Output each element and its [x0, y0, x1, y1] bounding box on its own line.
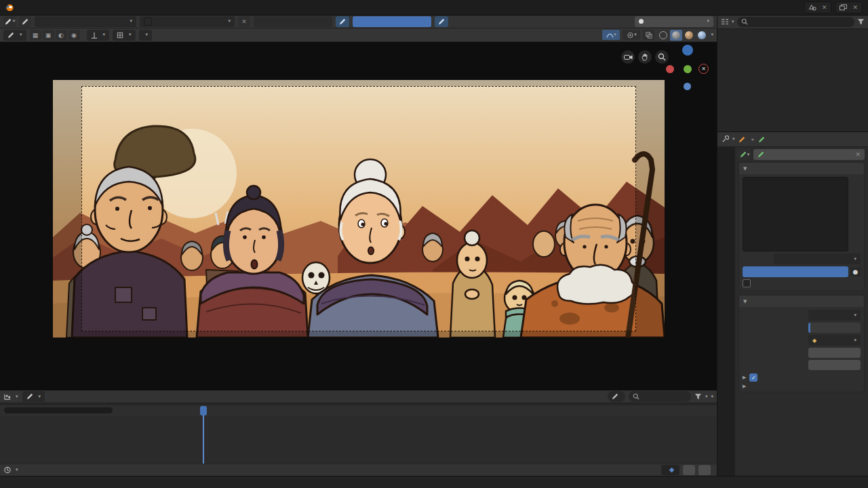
filter-icon[interactable] — [857, 18, 865, 25]
chevron-down-icon: ▾ — [130, 19, 132, 24]
chevron-down-icon: ▾ — [16, 468, 18, 472]
overlays-toggle[interactable]: ▾ — [623, 30, 640, 40]
properties-editor-icon[interactable] — [722, 136, 729, 143]
chevron-down-icon: ▾ — [854, 257, 856, 262]
chevron-down-icon: ▾ — [129, 33, 132, 37]
scene-icon — [809, 4, 816, 11]
keyframes-before-field[interactable] — [808, 348, 861, 358]
shading-material-button[interactable] — [683, 30, 695, 41]
show-only-keyframe-checkbox[interactable] — [743, 279, 751, 287]
chevron-down-icon: ▾ — [20, 33, 22, 37]
onion-opacity-slider[interactable] — [808, 323, 861, 333]
blend-mode-dropdown[interactable]: ▾ — [774, 253, 861, 264]
axis-gizmo-x[interactable] — [684, 65, 692, 73]
gpencil-datablock-browse[interactable]: ▾ — [738, 149, 751, 160]
mode-selector[interactable]: ▾ — [3, 30, 26, 41]
multiframe-toggle-icon[interactable]: ▦ — [30, 30, 41, 40]
shading-rendered-button[interactable] — [696, 30, 708, 41]
axis-gizmo-y[interactable] — [666, 65, 674, 73]
layer-opacity-slider[interactable] — [743, 266, 848, 277]
canvas-artwork[interactable] — [53, 80, 665, 338]
start-frame-field[interactable] — [683, 465, 695, 475]
pan-view-button[interactable] — [638, 50, 652, 64]
gpencil-datablock-name-field[interactable]: ✕ — [753, 149, 865, 160]
chevron-down-icon: ▾ — [854, 338, 856, 343]
transform-orientation-selector[interactable]: ▾ — [87, 30, 110, 41]
filter-icon[interactable] — [694, 393, 702, 400]
viewport-nav-buttons — [621, 50, 669, 64]
gpencil-data-icon — [758, 136, 765, 143]
chevron-down-icon: ▾ — [103, 33, 106, 37]
gpencil-data-icon — [757, 151, 764, 158]
blender-logo-icon[interactable] — [0, 3, 18, 12]
material-swatch — [144, 18, 152, 26]
chevron-down-icon[interactable]: ▾ — [705, 394, 708, 399]
onion-filter-dropdown[interactable]: ◆ ▾ — [808, 335, 861, 346]
panel-expand-icon: ▼ — [743, 166, 749, 171]
mask-toggle-icon[interactable]: ▣ — [43, 30, 54, 40]
snap-options-icon[interactable]: ▾ — [711, 394, 713, 399]
brush-selector[interactable]: ▾ — [35, 16, 136, 27]
active-tool-icon[interactable]: ▾ — [3, 16, 16, 27]
dope-sheet-editor-icon[interactable] — [3, 393, 12, 401]
datablock-unlink-icon[interactable]: ✕ — [855, 151, 861, 158]
brush-preview-button[interactable] — [19, 16, 31, 27]
chevron-down-icon: ▾ — [707, 19, 709, 24]
camera-view-button[interactable] — [621, 50, 635, 64]
origin-toggle-icon[interactable]: ◉ — [68, 30, 80, 40]
strength-slider[interactable] — [353, 16, 431, 27]
strength-pressure-toggle[interactable] — [435, 16, 448, 27]
frame-range-fields — [661, 465, 713, 475]
scene-selector[interactable]: ✕ — [804, 1, 832, 14]
xray-toggle[interactable] — [643, 30, 654, 40]
shading-wireframe-button[interactable] — [657, 30, 669, 41]
viewport-header: ▾ ▦ ▣ ◐ ◉ ▾ ▾ ▾ ▾ ▾ ▾ — [0, 28, 717, 42]
onion-panel-header[interactable]: ▼ — [739, 296, 864, 307]
properties-header: ▾ ▸ — [717, 132, 868, 147]
opacity-animate-button[interactable]: ● — [850, 267, 861, 277]
view-layer-selector[interactable]: ✕ — [835, 1, 863, 14]
drawing-plane-selector[interactable]: ▾ — [113, 30, 136, 41]
subpanel-expand-icon[interactable]: ▶ — [743, 384, 746, 389]
chevron-down-icon: ▾ — [16, 394, 18, 399]
axis-gizmo-z[interactable] — [682, 45, 693, 56]
playhead-frame-badge[interactable] — [200, 406, 207, 415]
onion-mode-dropdown[interactable]: ▾ — [808, 310, 861, 321]
material-selector[interactable]: ▾ — [140, 16, 235, 27]
dopesheet-mode-selector[interactable]: ▾ — [22, 391, 45, 402]
dopesheet-search-input[interactable] — [629, 391, 691, 402]
gizmos-toggle[interactable]: ▾ — [602, 30, 620, 40]
breadcrumb-separator-icon: ▸ — [752, 136, 755, 142]
active-layer-selector[interactable]: ▾ — [635, 16, 713, 27]
layers-panel-header[interactable]: ▼ — [739, 163, 864, 174]
custom-colors-checkbox[interactable]: ✓ — [749, 373, 757, 382]
guides-selector[interactable]: ▾ — [139, 30, 153, 41]
material-unlink-button[interactable]: ✕ — [238, 16, 250, 27]
axis-gizmo-minus-x[interactable]: ✕ — [698, 64, 709, 74]
panel-expand-icon: ▼ — [743, 299, 749, 304]
outliner-editor-icon[interactable] — [721, 18, 729, 25]
axis-gizmo-minus-z[interactable] — [684, 83, 691, 90]
gpencil-layer-list — [743, 177, 848, 251]
view-layer-remove-icon[interactable]: ✕ — [852, 4, 858, 11]
dope-sheet-header: ▾ ▾ ▾ ▾ — [0, 390, 717, 403]
scene-unlink-icon[interactable]: ✕ — [822, 4, 827, 11]
keyframes-after-field[interactable] — [808, 360, 861, 370]
current-frame-field[interactable] — [661, 465, 679, 475]
timeline-editor-icon[interactable] — [3, 466, 12, 474]
outliner-search-input[interactable] — [737, 17, 854, 27]
shading-solid-button[interactable] — [670, 30, 682, 41]
end-frame-field[interactable] — [698, 465, 711, 475]
viewport-3d[interactable]: ✕ — [0, 42, 717, 390]
subpanel-expand-icon[interactable]: ▶ — [743, 375, 746, 380]
timeline-scrollbar[interactable] — [4, 407, 113, 413]
radius-pressure-toggle[interactable] — [336, 16, 349, 27]
chevron-down-icon: ▾ — [146, 33, 149, 37]
onion-toggle-icon[interactable]: ◐ — [56, 30, 67, 40]
zoom-view-button[interactable] — [655, 50, 669, 64]
radius-slider[interactable] — [254, 16, 332, 27]
grease-pencil-icon — [7, 32, 14, 39]
playback-bar: ▾ — [0, 464, 717, 476]
active-only-toggle[interactable] — [608, 391, 625, 402]
tool-settings-bar: ▾ ▾ ▾ ✕ ▾ — [0, 15, 717, 28]
